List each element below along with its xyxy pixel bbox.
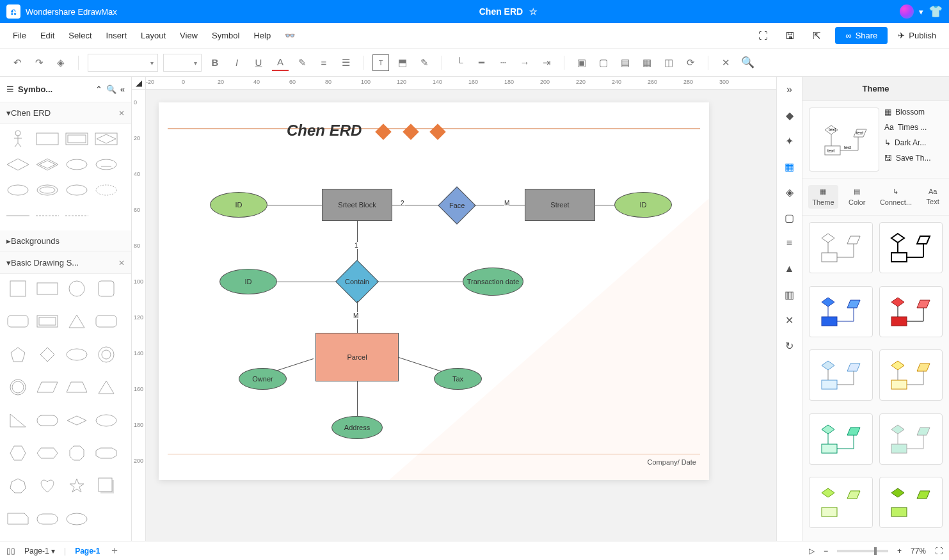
zoom-out-icon[interactable]: − [824, 547, 828, 556]
shape-weak-entity[interactable] [64, 129, 90, 148]
theme-card-9[interactable] [809, 477, 873, 528]
tshirt-icon[interactable]: 👕 [929, 4, 943, 19]
page[interactable]: Chen ERD ID Srteet Block 2 Face M Street… [159, 102, 709, 480]
bshape-pentagon[interactable] [5, 345, 31, 364]
node-id2[interactable]: ID [614, 192, 672, 218]
shape-key-attr[interactable] [93, 155, 119, 174]
play-icon[interactable]: ▷ [809, 547, 815, 556]
rotate-icon[interactable]: ⟳ [682, 54, 699, 71]
align-text-icon[interactable]: ≡ [315, 54, 332, 71]
line-weight-icon[interactable]: ━ [473, 54, 490, 71]
node-tax[interactable]: Tax [434, 368, 482, 390]
lib-basic-shapes[interactable]: ▾ Basic Drawing S... ✕ [0, 252, 131, 274]
theme-card-6[interactable] [879, 349, 943, 401]
undo-icon[interactable]: ↶ [9, 54, 26, 71]
dash-style-icon[interactable]: ┄ [495, 54, 511, 71]
distribute-icon[interactable]: ▦ [639, 54, 655, 71]
tab-connector[interactable]: ↳Connect... [876, 185, 916, 209]
shape-multi-attr[interactable] [35, 180, 60, 200]
ungroup-icon[interactable]: ▢ [595, 54, 612, 71]
lib-chen-erd[interactable]: ▾ Chen ERD ✕ [0, 102, 131, 124]
line-jump-icon[interactable]: ⇥ [538, 54, 555, 71]
italic-icon[interactable]: I [228, 54, 245, 71]
bshape-para[interactable] [35, 378, 60, 397]
rail-expand-icon[interactable]: » [781, 81, 799, 99]
bshape-hdiamond[interactable] [64, 411, 90, 430]
underline-icon[interactable]: U [250, 54, 267, 71]
edge-id3-contain[interactable] [277, 282, 338, 282]
theme-card-4[interactable] [879, 286, 943, 337]
font-size-dropdown[interactable] [163, 54, 202, 72]
rail-history-icon[interactable]: ↻ [781, 337, 799, 355]
edge-id1-sb[interactable] [267, 205, 322, 205]
shape-assoc-entity[interactable] [93, 129, 119, 148]
bshape-ellipse2[interactable] [93, 411, 119, 430]
zoom-slider[interactable] [837, 550, 888, 552]
bshape-pill[interactable] [35, 509, 60, 529]
bshape-rtri[interactable] [5, 411, 31, 430]
bshape-circle[interactable] [64, 279, 90, 298]
theme-card-1[interactable] [809, 222, 873, 273]
node-id3[interactable]: ID [219, 269, 277, 294]
page-selector[interactable]: Page-1 ▾ [24, 547, 55, 556]
highlight-icon[interactable]: ✎ [294, 54, 310, 71]
node-id1[interactable]: ID [210, 192, 267, 218]
bshape-stadium[interactable] [35, 411, 60, 430]
shape-entity[interactable] [35, 129, 60, 148]
opt-blossom[interactable]: ▦Blossom [884, 108, 943, 116]
zoom-level[interactable]: 77% [911, 547, 926, 556]
page-tab-1[interactable]: Page-1 [75, 547, 100, 556]
opt-save-theme[interactable]: 🖫Save Th... [884, 154, 943, 163]
shape-derived[interactable] [93, 180, 119, 200]
shape-attr3[interactable] [64, 180, 90, 200]
bshape-oct2[interactable] [93, 444, 119, 463]
bshape-roundsq[interactable] [93, 279, 119, 298]
menu-layout[interactable]: Layout [141, 31, 166, 40]
align-objects-icon[interactable]: ▤ [617, 54, 634, 71]
shape-line2[interactable] [35, 206, 60, 225]
bshape-heart[interactable] [35, 476, 60, 495]
tools-icon[interactable]: ✕ [717, 54, 734, 71]
edge-street-id2[interactable] [595, 205, 614, 205]
node-street-block[interactable]: Srteet Block [322, 189, 392, 221]
bshape-dblcircle[interactable] [5, 378, 31, 397]
rail-shuffle-icon[interactable]: ✕ [781, 311, 799, 329]
bshape-ellipse3[interactable] [64, 509, 90, 529]
search-icon[interactable]: 🔍 [739, 54, 756, 71]
lib-backgrounds[interactable]: ▸ Backgrounds [0, 230, 131, 252]
bshape-donut[interactable] [93, 345, 119, 364]
rail-present-icon[interactable]: ▢ [781, 209, 799, 227]
bshape-shadowsq[interactable] [93, 476, 119, 495]
publish-button[interactable]: ✈ Publish [898, 31, 936, 40]
node-address[interactable]: Address [331, 416, 383, 439]
shape-relationship[interactable] [5, 155, 31, 174]
canvas-viewport[interactable]: Chen ERD ID Srteet Block 2 Face M Street… [146, 90, 776, 541]
bshape-roundrect[interactable] [5, 312, 31, 331]
bshape-oct[interactable] [64, 444, 90, 463]
menu-glasses-icon[interactable]: 👓 [285, 31, 295, 40]
rail-layers-icon[interactable]: ◈ [781, 183, 799, 201]
theme-card-8[interactable] [879, 413, 943, 465]
avatar-chevron-icon[interactable]: ▾ [919, 7, 923, 17]
edge-face-street[interactable] [474, 205, 525, 205]
edge-contain-trans[interactable] [376, 282, 463, 282]
panel-search-icon[interactable]: 🔍 [106, 84, 116, 94]
bshape-triangle[interactable] [64, 312, 90, 331]
menu-file[interactable]: File [13, 31, 26, 40]
tab-text[interactable]: AaText [923, 185, 943, 209]
close-lib-icon[interactable]: ✕ [118, 109, 125, 118]
rail-theme-icon[interactable]: ▦ [781, 157, 799, 175]
ruler-origin[interactable]: ◢ [132, 77, 146, 90]
export-icon[interactable]: ⇱ [808, 28, 825, 44]
node-transaction[interactable]: Transaction date [463, 268, 523, 296]
tab-color[interactable]: ▤Color [845, 185, 869, 209]
shape-person[interactable] [5, 129, 31, 148]
group-icon[interactable]: ▣ [573, 54, 590, 71]
line-color-icon[interactable]: ✎ [416, 54, 433, 71]
bshape-hex[interactable] [5, 444, 31, 463]
shape-line1[interactable] [5, 206, 31, 225]
bshape-roundrect2[interactable] [93, 312, 119, 331]
edge-parcel-address[interactable] [357, 381, 358, 416]
bshape-trap[interactable] [64, 378, 90, 397]
save-icon[interactable]: 🖫 [781, 28, 798, 44]
